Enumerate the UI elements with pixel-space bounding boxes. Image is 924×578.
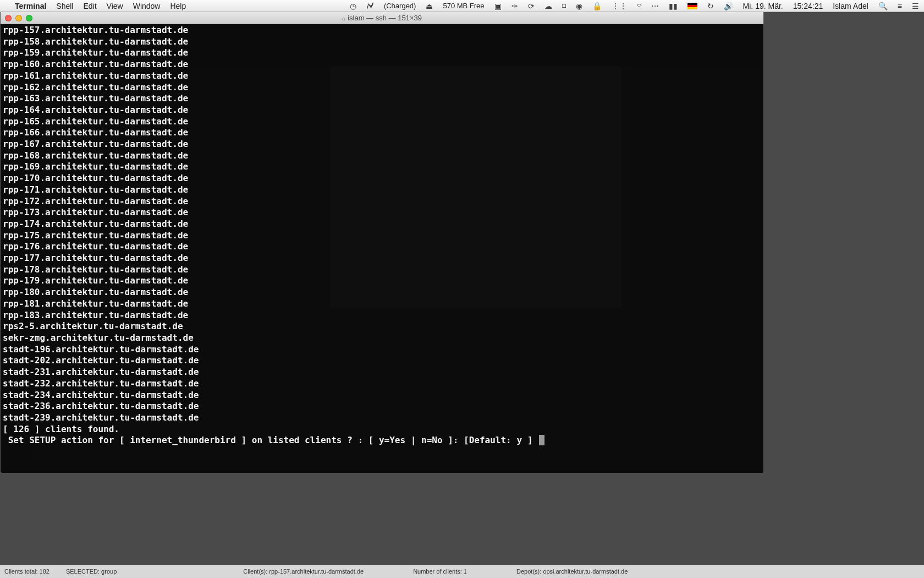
- sync2-icon[interactable]: ⟳: [523, 0, 540, 12]
- terminal-line: rpp-157.architektur.tu-darmstadt.de: [3, 25, 761, 36]
- menubar-date[interactable]: Mi. 19. Mär.: [738, 0, 788, 12]
- terminal-prompt[interactable]: Set SETUP action for [ internet_thunderb…: [3, 435, 761, 446]
- terminal-line: rpp-175.architektur.tu-darmstadt.de: [3, 230, 761, 242]
- terminal-line: rpp-165.architektur.tu-darmstadt.de: [3, 116, 761, 128]
- battery-icon[interactable]: ▮▮: [664, 0, 683, 12]
- terminal-line: stadt-236.architektur.tu-darmstadt.de: [3, 401, 761, 412]
- dropbox-icon[interactable]: ⌑: [557, 0, 571, 12]
- depots: Depot(s): opsi.architektur.tu-darmstadt.…: [516, 568, 628, 575]
- terminal-line: rpp-169.architektur.tu-darmstadt.de: [3, 161, 761, 173]
- background-status-bar: Clients total: 182 SELECTED: group Clien…: [0, 565, 924, 578]
- menu-help[interactable]: Help: [165, 0, 191, 12]
- window-title: ⌂islam — ssh — 151×39: [1, 14, 763, 22]
- spotlight-icon[interactable]: 🔍: [873, 0, 893, 12]
- client-count: Number of clients: 1: [413, 568, 467, 575]
- menu-extra-icon[interactable]: ⋯: [646, 0, 664, 12]
- terminal-line: rpp-163.architektur.tu-darmstadt.de: [3, 93, 761, 105]
- terminal-line: rpp-177.architektur.tu-darmstadt.de: [3, 253, 761, 264]
- terminal-line: rpp-170.architektur.tu-darmstadt.de: [3, 173, 761, 184]
- selected-group: SELECTED: group: [66, 568, 117, 575]
- terminal-line: rpp-158.architektur.tu-darmstadt.de: [3, 36, 761, 48]
- memory-free[interactable]: 570 MB Free: [438, 0, 489, 12]
- mac-menubar: Terminal Shell Edit View Window Help ◷ 🗲…: [0, 0, 924, 12]
- menu-edit[interactable]: Edit: [78, 0, 101, 12]
- terminal-line: rpp-180.architektur.tu-darmstadt.de: [3, 287, 761, 298]
- close-button[interactable]: [5, 15, 12, 21]
- zoom-button[interactable]: [26, 15, 32, 21]
- terminal-line: rps2-5.architektur.tu-darmstadt.de: [3, 321, 761, 332]
- terminal-line: rpp-162.architektur.tu-darmstadt.de: [3, 82, 761, 94]
- app-menu[interactable]: Terminal: [10, 0, 51, 12]
- terminal-line: [ 126 ] clients found.: [3, 424, 761, 435]
- lock-icon[interactable]: 🔒: [587, 0, 607, 12]
- terminal-line: stadt-234.architektur.tu-darmstadt.de: [3, 390, 761, 401]
- home-icon: ⌂: [342, 15, 345, 21]
- cursor: [539, 435, 544, 445]
- key-icon[interactable]: ✑: [507, 0, 523, 12]
- terminal-line: rpp-164.architektur.tu-darmstadt.de: [3, 105, 761, 116]
- battery-status[interactable]: (Charged): [379, 0, 421, 12]
- terminal-line: rpp-167.architektur.tu-darmstadt.de: [3, 139, 761, 150]
- client-id: Client(s): rpp-157.architektur.tu-darmst…: [243, 568, 364, 575]
- window-title-text: islam — ssh — 151×39: [348, 14, 422, 22]
- flag-de-icon: [688, 3, 697, 9]
- terminal-line: stadt-196.architektur.tu-darmstadt.de: [3, 344, 761, 356]
- terminal-output[interactable]: rpp-157.architektur.tu-darmstadt.derpp-1…: [1, 24, 763, 473]
- terminal-line: stadt-231.architektur.tu-darmstadt.de: [3, 367, 761, 378]
- terminal-line: rpp-173.architektur.tu-darmstadt.de: [3, 207, 761, 219]
- menu-window[interactable]: Window: [128, 0, 166, 12]
- terminal-line: stadt-239.architektur.tu-darmstadt.de: [3, 412, 761, 424]
- terminal-line: rpp-161.architektur.tu-darmstadt.de: [3, 70, 761, 82]
- minimize-button[interactable]: [15, 15, 22, 21]
- terminal-line: rpp-179.architektur.tu-darmstadt.de: [3, 275, 761, 287]
- notification-icon[interactable]: ≡: [893, 0, 907, 12]
- terminal-line: rpp-171.architektur.tu-darmstadt.de: [3, 184, 761, 196]
- app-icon[interactable]: ◉: [571, 0, 587, 12]
- terminal-line: rpp-178.architektur.tu-darmstadt.de: [3, 264, 761, 276]
- language-flag[interactable]: [683, 0, 702, 12]
- menubar-time[interactable]: 15:24:21: [788, 0, 828, 12]
- terminal-line: rpp-168.architektur.tu-darmstadt.de: [3, 150, 761, 162]
- power-icon[interactable]: 🗲: [361, 0, 379, 12]
- camera-icon[interactable]: ▣: [490, 0, 507, 12]
- apple-menu[interactable]: [0, 0, 10, 12]
- terminal-line: stadt-202.architektur.tu-darmstadt.de: [3, 355, 761, 367]
- volume-icon[interactable]: 🔊: [719, 0, 738, 12]
- terminal-line: stadt-232.architektur.tu-darmstadt.de: [3, 378, 761, 390]
- terminal-line: rpp-176.architektur.tu-darmstadt.de: [3, 241, 761, 253]
- sync-icon[interactable]: ◷: [345, 0, 361, 12]
- cloud-icon[interactable]: ☁: [540, 0, 557, 12]
- window-titlebar[interactable]: ⌂islam — ssh — 151×39: [1, 12, 763, 24]
- eject-icon[interactable]: ⏏: [421, 0, 438, 12]
- terminal-line: rpp-172.architektur.tu-darmstadt.de: [3, 196, 761, 208]
- terminal-line: rpp-159.architektur.tu-darmstadt.de: [3, 47, 761, 59]
- terminal-line: rpp-183.architektur.tu-darmstadt.de: [3, 310, 761, 321]
- menu-list-icon[interactable]: ☰: [907, 0, 924, 12]
- wifi-icon[interactable]: ⋮⋮: [607, 0, 632, 12]
- terminal-line: rpp-160.architektur.tu-darmstadt.de: [3, 59, 761, 70]
- terminal-line: rpp-181.architektur.tu-darmstadt.de: [3, 298, 761, 310]
- menu-view[interactable]: View: [102, 0, 128, 12]
- terminal-line: rpp-166.architektur.tu-darmstadt.de: [3, 127, 761, 139]
- timemachine-icon[interactable]: ↻: [702, 0, 719, 12]
- clients-total: Clients total: 182: [4, 568, 50, 575]
- menubar-user[interactable]: Islam Adel: [828, 0, 873, 12]
- terminal-line: sekr-zmg.architektur.tu-darmstadt.de: [3, 332, 761, 344]
- terminal-line: rpp-174.architektur.tu-darmstadt.de: [3, 219, 761, 230]
- terminal-window: ⌂islam — ssh — 151×39 rpp-157.architektu…: [0, 12, 764, 473]
- airport-icon[interactable]: ⌔: [632, 0, 646, 12]
- menu-shell[interactable]: Shell: [51, 0, 78, 12]
